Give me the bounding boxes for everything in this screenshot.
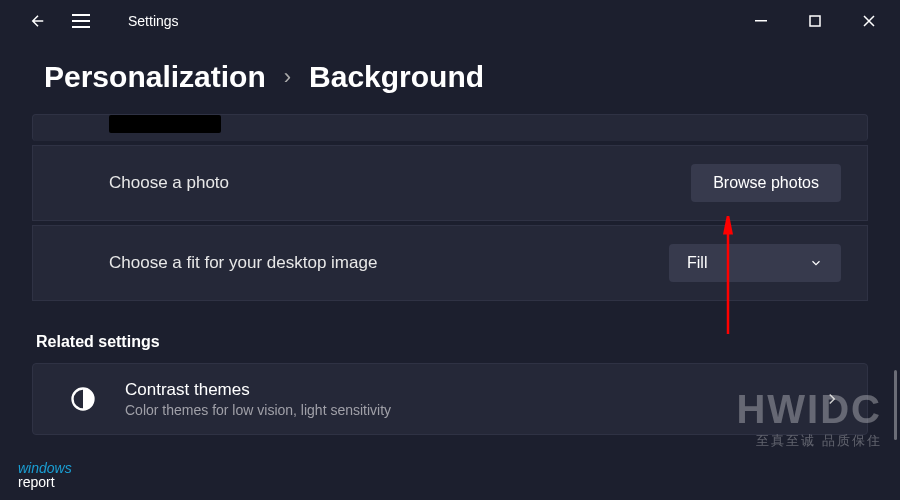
contrast-title: Contrast themes [125, 380, 795, 400]
breadcrumb: Personalization › Background [0, 42, 900, 114]
maximize-button[interactable] [792, 5, 838, 37]
fit-dropdown[interactable]: Fill [669, 244, 841, 282]
close-button[interactable] [846, 5, 892, 37]
choose-fit-row: Choose a fit for your desktop image Fill [32, 225, 868, 301]
chevron-right-icon: › [284, 64, 291, 90]
titlebar-left: Settings [8, 11, 179, 31]
preview-row [32, 114, 868, 141]
contrast-icon [69, 385, 97, 413]
chevron-down-icon [809, 256, 823, 270]
related-settings-header: Related settings [32, 301, 868, 363]
maximize-icon [809, 15, 821, 27]
choose-photo-row: Choose a photo Browse photos [32, 145, 868, 221]
contrast-text: Contrast themes Color themes for low vis… [125, 380, 795, 418]
svg-rect-0 [755, 20, 767, 22]
window-title: Settings [128, 13, 179, 29]
titlebar: Settings [0, 0, 900, 42]
back-button[interactable] [28, 11, 48, 31]
watermark-wr-line1: windows [18, 461, 72, 476]
close-icon [863, 15, 875, 27]
fit-dropdown-value: Fill [687, 254, 707, 272]
content-area: Choose a photo Browse photos Choose a fi… [0, 114, 900, 435]
preview-thumbnail[interactable] [109, 115, 221, 133]
breadcrumb-current: Background [309, 60, 484, 94]
choose-fit-label: Choose a fit for your desktop image [109, 253, 377, 273]
scrollbar[interactable] [894, 370, 897, 440]
menu-button[interactable] [72, 11, 92, 31]
choose-photo-label: Choose a photo [109, 173, 229, 193]
minimize-button[interactable] [738, 5, 784, 37]
minimize-icon [755, 15, 767, 27]
breadcrumb-parent[interactable]: Personalization [44, 60, 266, 94]
contrast-subtitle: Color themes for low vision, light sensi… [125, 402, 795, 418]
arrow-left-icon [29, 12, 47, 30]
svg-rect-1 [810, 16, 820, 26]
contrast-themes-row[interactable]: Contrast themes Color themes for low vis… [32, 363, 868, 435]
watermark-windows-report: windows report [18, 461, 72, 490]
chevron-right-icon [823, 390, 841, 408]
window-controls [738, 5, 892, 37]
browse-photos-button[interactable]: Browse photos [691, 164, 841, 202]
watermark-wr-line2: report [18, 475, 72, 490]
